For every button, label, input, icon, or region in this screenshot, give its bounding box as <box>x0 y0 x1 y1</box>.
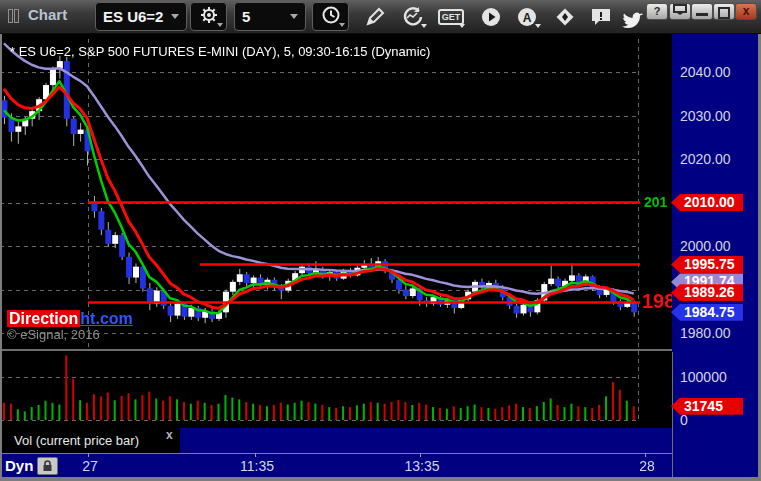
tab-row: Vol (current price bar) x <box>0 428 672 453</box>
window-frame-left <box>0 33 2 481</box>
price-tick: 2000.00 <box>680 238 731 254</box>
chevron-down-icon <box>217 23 223 27</box>
dock-button[interactable] <box>669 3 691 20</box>
watermark-highlight: Direction <box>7 310 80 327</box>
volume-chart-canvas[interactable] <box>0 351 672 428</box>
time-label: 28 <box>639 458 655 474</box>
pane-divider[interactable] <box>0 349 672 351</box>
time-settings-button[interactable] <box>312 2 349 31</box>
time-label: 13:35 <box>404 458 439 474</box>
copyright-text: © eSignal, 2016 <box>7 327 100 342</box>
axis-border <box>672 352 673 477</box>
price-tick: 2030.00 <box>680 108 731 124</box>
close-button[interactable]: x <box>735 3 757 20</box>
level-price-label: 198 <box>642 290 675 313</box>
twitter-bird-icon[interactable] <box>620 9 646 33</box>
chevron-down-icon <box>421 24 427 28</box>
chart-window-icon <box>8 9 24 23</box>
auto-circle-icon[interactable]: A <box>514 5 540 29</box>
price-tag: 1995.75 <box>671 256 743 273</box>
price-tick: 2040.00 <box>680 64 731 80</box>
pencil-icon[interactable] <box>362 5 388 29</box>
play-icon[interactable] <box>478 5 504 29</box>
price-chart-canvas[interactable] <box>0 33 672 349</box>
minimize-button[interactable] <box>691 3 713 20</box>
close-icon[interactable]: x <box>166 428 173 442</box>
price-tag: 2010.00 <box>671 194 743 211</box>
dynamic-mode-label: Dyn <box>5 457 33 474</box>
title-bar: Chart ES U6=2 5 <box>0 0 761 34</box>
time-tick <box>88 453 89 457</box>
help-button[interactable]: ? <box>646 3 668 20</box>
chevron-down-icon <box>535 24 541 28</box>
watermark-link[interactable]: ht.com <box>80 310 132 327</box>
get-label: GET <box>438 9 465 25</box>
chart-title: * ES U6=2, S&P 500 FUTURES E-MINI (DAY),… <box>10 44 430 59</box>
volume-tick: 100000 <box>680 369 727 385</box>
rotate-icon[interactable] <box>552 5 578 29</box>
time-tick <box>645 453 646 457</box>
interval-value: 5 <box>242 8 250 25</box>
window-title: Chart <box>28 6 67 23</box>
volume-tag: 31745 <box>671 398 743 415</box>
chevron-down-icon <box>339 23 345 27</box>
refresh-chart-icon[interactable] <box>400 5 426 29</box>
svg-text:A: A <box>523 11 532 25</box>
price-tick: 2020.00 <box>680 151 731 167</box>
lock-icon[interactable] <box>37 457 58 475</box>
symbol-dropdown[interactable]: ES U6=2 <box>95 2 187 31</box>
price-tag: 1989.26 <box>671 284 743 301</box>
symbol-value: ES U6=2 <box>103 8 163 25</box>
price-axis[interactable]: 2040.002030.002020.002000.001980.002010.… <box>672 33 761 477</box>
time-label: 11:35 <box>240 458 274 474</box>
maximize-button[interactable] <box>713 3 735 20</box>
gear-icon <box>200 6 218 28</box>
chart-window: Chart ES U6=2 5 <box>0 0 761 481</box>
chevron-down-icon <box>171 14 179 19</box>
tab-label: Vol (current price bar) <box>14 433 139 448</box>
price-tag: 1984.75 <box>671 304 743 321</box>
clock-icon <box>322 6 340 28</box>
interval-dropdown[interactable]: 5 <box>234 2 306 31</box>
get-data-icon[interactable]: GET <box>438 5 464 29</box>
time-tick <box>420 453 421 457</box>
window-frame-bottom[interactable] <box>0 477 761 481</box>
watermark: Directionht.com <box>7 310 133 328</box>
price-tick: 1980.00 <box>680 325 731 341</box>
time-label: 27 <box>82 458 98 474</box>
time-tick <box>255 453 256 457</box>
symbol-settings-button[interactable] <box>190 2 227 31</box>
chevron-down-icon <box>459 24 465 28</box>
comment-bubble-icon[interactable] <box>588 5 614 29</box>
tab-volume-study[interactable]: Vol (current price bar) x <box>0 428 180 453</box>
time-axis[interactable]: Dyn 2711:3513:3528 <box>0 453 761 477</box>
level-price-label: 201 <box>644 194 667 210</box>
chevron-down-icon <box>290 14 298 19</box>
